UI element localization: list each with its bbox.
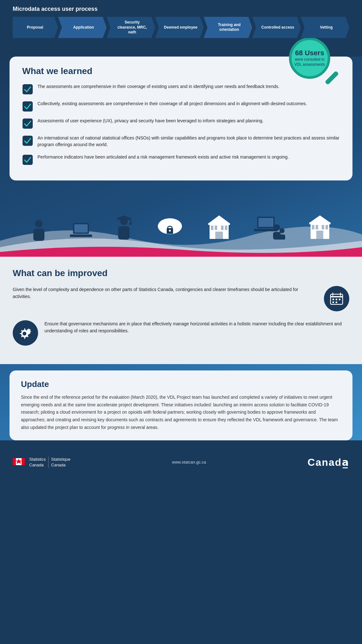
improved-item-2: Ensure that governance mechanisms are in… [13,320,349,346]
stats-canada-bilingual: Statistics Canada Statistique Canada [29,457,70,468]
svg-rect-23 [225,226,227,230]
update-title: Update [21,379,341,389]
improved-section: What can be improved Given the level of … [0,257,362,364]
svg-rect-0 [23,84,33,94]
process-step-2: Security clearance, MRC, oath [107,17,155,38]
svg-rect-39 [316,231,323,239]
canada-flag-icon [13,456,25,469]
svg-rect-13 [130,219,131,223]
institution2-icon [308,214,332,241]
svg-rect-26 [208,223,230,225]
checkmark-icon-0 [22,84,33,95]
person-icon [30,219,48,241]
check-items: The assessments are comprehensive in the… [22,83,340,165]
stats-en: Statistics Canada [29,457,46,468]
users-text: were consulted in VDL assessments [292,57,328,67]
process-step-1: Application [58,17,107,38]
checkmark-icon-3 [22,135,33,146]
cloud-lock-icon [156,214,184,241]
calendar-icon [324,286,349,311]
svg-rect-56 [22,458,25,465]
process-step-4: Training and orientation [204,17,252,38]
svg-point-5 [35,220,43,227]
svg-rect-47 [336,299,337,300]
illustration-section [0,187,362,257]
checkmark-icon-2 [22,118,33,129]
svg-rect-37 [322,225,324,229]
svg-marker-12 [116,215,132,222]
svg-rect-6 [33,229,44,241]
laptop-group-icon [254,214,286,241]
improved-item-2-text: Ensure that governance mechanisms are in… [44,320,349,335]
svg-point-18 [169,230,171,232]
svg-rect-33 [279,234,285,240]
process-step-6: Vetting [301,17,349,38]
svg-point-30 [274,224,280,231]
check-item-4: Performance indicators have been articul… [22,154,340,165]
svg-rect-8 [74,224,88,233]
learned-section: 68 Users were consulted in VDL assessmen… [10,57,352,180]
footer: Statistics Canada Statistique Canada www… [0,450,362,475]
checkmark-icon-1 [22,101,33,112]
svg-rect-41 [309,222,331,224]
gears-icon [13,320,38,346]
main-content: 68 Users were consulted in VDL assessmen… [0,57,362,440]
process-step-3: Deemed employee [155,17,204,38]
canada-wordmark: Canada̲ [308,456,349,468]
check-text-1: Collectively, existing assessments are c… [37,100,307,107]
svg-rect-20 [211,226,213,230]
svg-rect-49 [332,302,334,303]
process-step-0: Proposal [13,17,58,38]
magnifier-stats: 68 Users were consulted in VDL assessmen… [289,37,340,95]
check-item-3: An international scan of national statis… [22,135,340,148]
svg-rect-3 [23,136,33,146]
update-text: Since the end of the reference period fo… [21,394,341,431]
svg-point-52 [23,332,26,336]
improved-item-1: Given the level of complexity and depend… [13,286,349,311]
svg-rect-46 [332,299,334,300]
update-section: Update Since the end of the reference pe… [10,370,352,440]
stats-fr: Statistique Canada [51,457,70,468]
svg-rect-55 [13,458,16,465]
checkmark-icon-4 [22,154,33,165]
svg-rect-2 [23,119,33,129]
page-title: Microdata access user process [13,6,349,12]
svg-rect-9 [70,234,92,237]
graduate-icon [114,214,133,241]
check-item-2: Assessments of user experience (UX), pri… [22,118,340,129]
svg-rect-36 [316,225,318,229]
svg-rect-1 [23,101,33,112]
svg-point-14 [130,222,132,225]
svg-rect-35 [312,225,314,229]
svg-rect-11 [118,226,130,240]
check-item-1: Collectively, existing assessments are c… [22,100,340,112]
svg-rect-38 [325,225,328,229]
process-step-5: Controlled access [252,17,301,38]
svg-point-32 [279,228,285,233]
svg-marker-40 [309,215,331,223]
svg-rect-43 [331,296,343,297]
svg-rect-28 [258,218,273,227]
institution-icon [206,214,232,241]
check-text-2: Assessments of user experience (UX), pri… [37,118,264,124]
laptop-icon [70,220,92,241]
svg-rect-21 [215,226,217,230]
improved-title: What can be improved [13,268,349,278]
check-text-0: The assessments are comprehensive in the… [37,83,279,90]
svg-rect-48 [339,299,340,300]
check-text-4: Performance indicators have been articul… [37,154,289,160]
magnifier-circle: 68 Users were consulted in VDL assessmen… [289,37,330,79]
footer-left: Statistics Canada Statistique Canada [13,456,70,469]
svg-rect-50 [336,302,337,303]
svg-rect-24 [215,232,223,239]
check-text-3: An international scan of national statis… [37,135,340,148]
svg-rect-4 [23,155,33,165]
svg-rect-22 [221,226,224,230]
users-count: 68 Users [295,49,324,57]
footer-url: www.statcan.gc.ca [172,460,206,464]
svg-marker-25 [208,215,230,224]
icons-row [0,214,362,241]
improved-item-1-text: Given the level of complexity and depend… [13,286,318,300]
